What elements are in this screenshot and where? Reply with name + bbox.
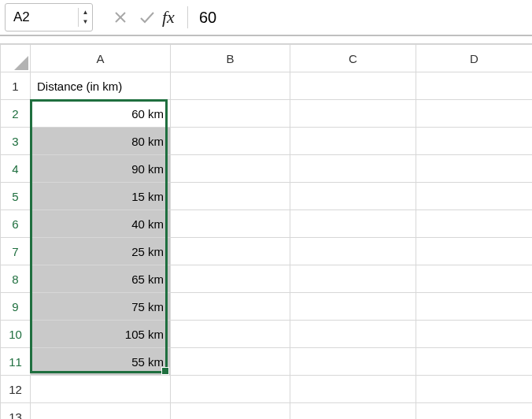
cell[interactable] [416,348,533,376]
cell[interactable] [416,403,533,420]
row-header[interactable]: 7 [1,238,31,265]
select-all-corner[interactable] [1,45,31,72]
cell[interactable] [171,155,290,183]
row-header[interactable]: 6 [1,210,31,238]
cell[interactable] [416,265,533,293]
cell[interactable] [290,265,416,293]
formula-input[interactable] [196,6,527,30]
col-header-B[interactable]: B [171,45,290,72]
cell[interactable] [290,293,416,321]
cell[interactable] [171,128,290,155]
row: 260 km [1,100,533,128]
cell[interactable] [290,183,416,210]
row-header[interactable]: 8 [1,265,31,293]
cell[interactable] [416,155,533,183]
row: 725 km [1,238,533,265]
row: 1Distance (in km) [1,72,533,100]
row: 975 km [1,293,533,321]
row: 380 km [1,128,533,155]
cell[interactable]: 90 km [31,155,171,183]
cell[interactable] [31,403,171,420]
cell[interactable] [416,293,533,321]
row-header[interactable]: 1 [1,72,31,100]
name-box-steppers: ▲ ▼ [78,8,92,27]
col-header-D[interactable]: D [416,45,533,72]
cell[interactable]: 25 km [31,238,171,265]
col-header-A[interactable]: A [31,45,171,72]
row-header[interactable]: 11 [1,348,31,376]
cell[interactable] [290,238,416,265]
cell[interactable]: 65 km [31,265,171,293]
row: 13 [1,403,533,420]
cell[interactable]: 75 km [31,293,171,321]
spreadsheet: A B C D 1Distance (in km)260 km380 km490… [0,44,532,419]
cell[interactable] [290,376,416,403]
cell[interactable]: 80 km [31,128,171,155]
cell[interactable] [416,238,533,265]
cell[interactable]: 40 km [31,210,171,238]
stepper-up-icon[interactable]: ▲ [79,8,92,17]
row-header[interactable]: 3 [1,128,31,155]
cell[interactable] [171,293,290,321]
formula-bar: ▲ ▼ fx [0,0,532,36]
cell[interactable] [290,155,416,183]
row-header[interactable]: 10 [1,321,31,348]
cell[interactable] [290,72,416,100]
row: 12 [1,376,533,403]
row: 490 km [1,155,533,183]
row: 865 km [1,265,533,293]
row-header[interactable]: 5 [1,183,31,210]
cell[interactable] [171,238,290,265]
row-header[interactable]: 12 [1,376,31,403]
grid[interactable]: A B C D 1Distance (in km)260 km380 km490… [0,44,532,419]
cell[interactable] [171,321,290,348]
cell[interactable] [290,321,416,348]
cell[interactable]: Distance (in km) [31,72,171,100]
cell[interactable] [290,348,416,376]
cell[interactable]: 15 km [31,183,171,210]
row: 1155 km [1,348,533,376]
row-header[interactable]: 4 [1,155,31,183]
cell[interactable] [416,321,533,348]
cancel-button[interactable] [107,4,134,31]
cell[interactable] [416,376,533,403]
cell[interactable] [290,403,416,420]
name-box-container: ▲ ▼ [5,3,93,32]
cell[interactable] [171,265,290,293]
cell[interactable] [171,403,290,420]
cell[interactable]: 105 km [31,321,171,348]
cell[interactable] [171,100,290,128]
row: 640 km [1,210,533,238]
confirm-button[interactable] [134,4,161,31]
row-header[interactable]: 2 [1,100,31,128]
column-header-row: A B C D [1,45,533,72]
cell[interactable] [31,376,171,403]
cell[interactable]: 60 km [31,100,171,128]
cell[interactable] [171,183,290,210]
name-box[interactable] [6,6,78,28]
cell[interactable] [171,376,290,403]
cell[interactable] [171,72,290,100]
cell[interactable] [416,100,533,128]
cell[interactable] [171,210,290,238]
row-header[interactable]: 9 [1,293,31,321]
row: 515 km [1,183,533,210]
cell[interactable] [290,210,416,238]
col-header-C[interactable]: C [290,45,416,72]
cell[interactable] [290,128,416,155]
cell[interactable] [416,183,533,210]
cell[interactable] [416,210,533,238]
cell[interactable]: 55 km [31,348,171,376]
cell[interactable] [171,348,290,376]
cell[interactable] [290,100,416,128]
cell[interactable] [416,128,533,155]
divider [187,6,188,28]
cell[interactable] [416,72,533,100]
stepper-down-icon[interactable]: ▼ [79,17,92,27]
row-header[interactable]: 13 [1,403,31,420]
row: 10105 km [1,321,533,348]
sheet-separator [0,36,532,44]
fx-icon[interactable]: fx [162,7,175,28]
